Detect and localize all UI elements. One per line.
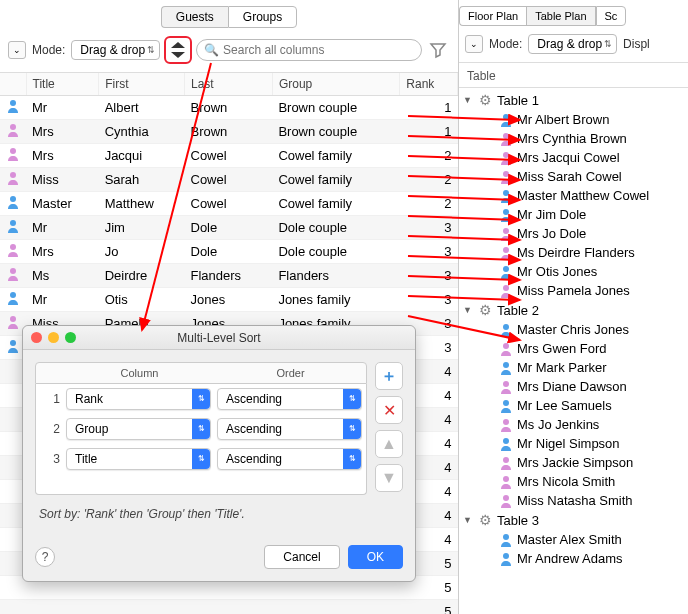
column-header-title[interactable]: Title bbox=[26, 73, 99, 96]
sort-criteria-table: Column Order 1Rank⇅Ascending⇅2Group⇅Asce… bbox=[35, 362, 367, 495]
tab-floor-plan[interactable]: Floor Plan bbox=[459, 6, 526, 26]
tree-guest-row[interactable]: Mrs Jackie Simpson bbox=[459, 453, 688, 472]
remove-sort-level-button[interactable]: ✕ bbox=[375, 396, 403, 424]
dialog-buttons: ? Cancel OK bbox=[23, 537, 415, 581]
zoom-window-icon[interactable] bbox=[65, 332, 76, 343]
close-window-icon[interactable] bbox=[31, 332, 42, 343]
cell-first: Jim bbox=[99, 216, 185, 240]
window-controls[interactable] bbox=[31, 332, 76, 343]
svg-point-7 bbox=[10, 220, 16, 226]
search-input[interactable] bbox=[196, 39, 422, 61]
help-button[interactable]: ? bbox=[35, 547, 55, 567]
cell-group: Jones family bbox=[272, 288, 399, 312]
column-header-rank[interactable]: Rank bbox=[400, 73, 458, 96]
funnel-icon bbox=[429, 41, 447, 59]
tree-guest-row[interactable]: Mr Otis Jones bbox=[459, 262, 688, 281]
sort-row-number: 2 bbox=[40, 422, 60, 436]
mode-select[interactable]: Drag & drop bbox=[71, 40, 160, 60]
tree-table-row[interactable]: ▼⚙Table 2 bbox=[459, 300, 688, 320]
multi-sort-button[interactable] bbox=[164, 36, 192, 64]
table-row[interactable]: 5 bbox=[0, 600, 458, 615]
guest-name: Miss Sarah Cowel bbox=[517, 169, 622, 184]
cell-rank: 3 bbox=[400, 288, 458, 312]
tree-guest-row[interactable]: Miss Pamela Jones bbox=[459, 281, 688, 300]
column-header-icon[interactable] bbox=[0, 73, 26, 96]
tree-guest-row[interactable]: Master Matthew Cowel bbox=[459, 186, 688, 205]
chevron-down-icon[interactable]: ▼ bbox=[463, 95, 473, 105]
ok-button[interactable]: OK bbox=[348, 545, 403, 569]
tree-guest-row[interactable]: Mr Mark Parker bbox=[459, 358, 688, 377]
tree-guest-row[interactable]: Mrs Gwen Ford bbox=[459, 339, 688, 358]
cancel-button[interactable]: Cancel bbox=[264, 545, 339, 569]
column-header-last[interactable]: Last bbox=[185, 73, 273, 96]
column-header-group[interactable]: Group bbox=[272, 73, 399, 96]
tree-guest-row[interactable]: Mr Jim Dole bbox=[459, 205, 688, 224]
table-row[interactable]: MrOtisJonesJones family3 bbox=[0, 288, 458, 312]
tree-guest-row[interactable]: Mr Lee Samuels bbox=[459, 396, 688, 415]
tab-groups[interactable]: Groups bbox=[228, 6, 297, 28]
svg-point-8 bbox=[10, 244, 16, 250]
guest-name: Mr Andrew Adams bbox=[517, 551, 623, 566]
tree-guest-row[interactable]: Mr Nigel Simpson bbox=[459, 434, 688, 453]
tree-guest-row[interactable]: Master Chris Jones bbox=[459, 320, 688, 339]
tree-guest-row[interactable]: Mrs Nicola Smith bbox=[459, 472, 688, 491]
tree-table-row[interactable]: ▼⚙Table 1 bbox=[459, 90, 688, 110]
cell-first: Deirdre bbox=[99, 264, 185, 288]
cell-title: Mr bbox=[26, 288, 99, 312]
cell-first: Matthew bbox=[99, 192, 185, 216]
sort-order-select[interactable]: Ascending⇅ bbox=[217, 388, 362, 410]
move-up-button[interactable]: ▲ bbox=[375, 430, 403, 458]
search-icon: 🔍 bbox=[204, 43, 219, 57]
sort-level-row: 1Rank⇅Ascending⇅ bbox=[36, 384, 366, 414]
order-header: Order bbox=[215, 363, 366, 383]
mode-select-right[interactable]: Drag & drop bbox=[528, 34, 617, 54]
svg-point-4 bbox=[10, 148, 16, 154]
svg-point-14 bbox=[503, 114, 509, 120]
cell-rank: 1 bbox=[400, 120, 458, 144]
cell-first: Albert bbox=[99, 96, 185, 120]
sort-column-select[interactable]: Group⇅ bbox=[66, 418, 211, 440]
table-row[interactable]: MrAlbertBrownBrown couple1 bbox=[0, 96, 458, 120]
table-row[interactable]: MrsJoDoleDole couple3 bbox=[0, 240, 458, 264]
table-row[interactable]: MsDeirdreFlandersFlanders3 bbox=[0, 264, 458, 288]
guest-name: Mrs Jackie Simpson bbox=[517, 455, 633, 470]
tree-guest-row[interactable]: Mr Albert Brown bbox=[459, 110, 688, 129]
table-row[interactable]: MrsJacquiCowelCowel family2 bbox=[0, 144, 458, 168]
tree-guest-row[interactable]: Mrs Diane Dawson bbox=[459, 377, 688, 396]
tree-guest-row[interactable]: Mrs Jo Dole bbox=[459, 224, 688, 243]
column-header-first[interactable]: First bbox=[99, 73, 185, 96]
minimize-window-icon[interactable] bbox=[48, 332, 59, 343]
chevron-down-icon[interactable]: ▼ bbox=[463, 515, 473, 525]
tree-guest-row[interactable]: Ms Deirdre Flanders bbox=[459, 243, 688, 262]
tab-sc[interactable]: Sc bbox=[596, 6, 627, 26]
tree-guest-row[interactable]: Master Alex Smith bbox=[459, 530, 688, 549]
chevron-down-icon[interactable]: ▼ bbox=[463, 305, 473, 315]
table-row[interactable]: MrJimDoleDole couple3 bbox=[0, 216, 458, 240]
svg-point-9 bbox=[10, 268, 16, 274]
tree-guest-row[interactable]: Ms Jo Jenkins bbox=[459, 415, 688, 434]
move-down-button[interactable]: ▼ bbox=[375, 464, 403, 492]
table-row[interactable]: MrsCynthiaBrownBrown couple1 bbox=[0, 120, 458, 144]
add-sort-level-button[interactable]: ＋ bbox=[375, 362, 403, 390]
tree-guest-row[interactable]: Miss Sarah Cowel bbox=[459, 167, 688, 186]
sort-column-select[interactable]: Rank⇅ bbox=[66, 388, 211, 410]
sort-order-select[interactable]: Ascending⇅ bbox=[217, 448, 362, 470]
tab-table-plan[interactable]: Table Plan bbox=[526, 6, 595, 26]
guest-name: Ms Deirdre Flanders bbox=[517, 245, 635, 260]
sort-order-select[interactable]: Ascending⇅ bbox=[217, 418, 362, 440]
sort-level-row: 2Group⇅Ascending⇅ bbox=[36, 414, 366, 444]
cell-first: Jo bbox=[99, 240, 185, 264]
disclosure-button[interactable]: ⌄ bbox=[8, 41, 26, 59]
tree-guest-row[interactable]: Mrs Jacqui Cowel bbox=[459, 148, 688, 167]
tab-guests[interactable]: Guests bbox=[161, 6, 228, 28]
table-row[interactable]: MissSarahCowelCowel family2 bbox=[0, 168, 458, 192]
sort-column-select[interactable]: Title⇅ bbox=[66, 448, 211, 470]
tree-guest-row[interactable]: Miss Natasha Smith bbox=[459, 491, 688, 510]
tree-guest-row[interactable]: Mr Andrew Adams bbox=[459, 549, 688, 568]
disclosure-button-right[interactable]: ⌄ bbox=[465, 35, 483, 53]
filter-button[interactable] bbox=[426, 38, 450, 62]
tree-guest-row[interactable]: Mrs Cynthia Brown bbox=[459, 129, 688, 148]
table-row[interactable]: MasterMatthewCowelCowel family2 bbox=[0, 192, 458, 216]
search-wrap: 🔍 bbox=[196, 39, 422, 61]
tree-table-row[interactable]: ▼⚙Table 3 bbox=[459, 510, 688, 530]
